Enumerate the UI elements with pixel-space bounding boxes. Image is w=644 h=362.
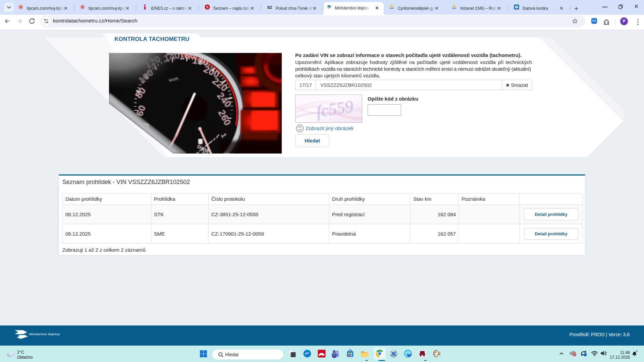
svg-text:SZ: SZ xyxy=(267,5,272,9)
svg-text:z: z xyxy=(637,350,638,352)
svg-text:T: T xyxy=(333,352,335,355)
svg-text:S: S xyxy=(206,5,208,9)
